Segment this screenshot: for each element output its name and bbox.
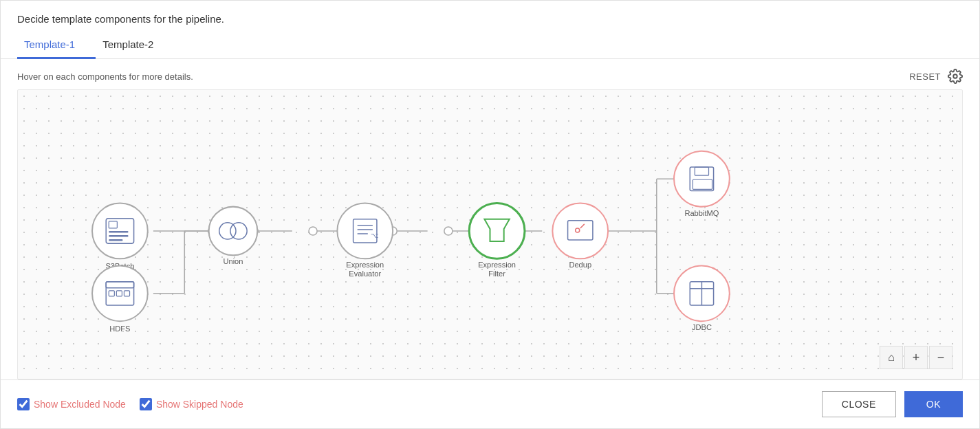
pipeline-svg: S3Batch HDFS Union <box>18 90 962 379</box>
svg-rect-27 <box>109 231 128 233</box>
canvas-area: S3Batch HDFS Union <box>17 89 963 380</box>
svg-point-53 <box>552 204 608 259</box>
reset-button[interactable]: RESET <box>909 72 941 82</box>
page-title: Decide template components for the pipel… <box>1 1 979 32</box>
tab-template1[interactable]: Template-1 <box>17 32 96 59</box>
svg-text:Filter: Filter <box>488 270 505 278</box>
svg-point-30 <box>92 265 148 321</box>
close-button[interactable]: CLOSE <box>822 391 896 417</box>
footer-right: CLOSE OK <box>822 391 963 417</box>
canvas-controls: RESET <box>909 69 963 84</box>
svg-point-37 <box>209 207 258 256</box>
gear-icon[interactable] <box>948 69 963 84</box>
svg-text:JDBC: JDBC <box>692 323 712 331</box>
svg-text:Expression: Expression <box>346 261 384 269</box>
show-excluded-node-label: Show Excluded Node <box>34 399 126 410</box>
svg-text:Dedup: Dedup <box>569 261 591 269</box>
svg-point-41 <box>337 204 393 259</box>
svg-rect-29 <box>109 239 122 241</box>
show-excluded-node-checkbox-label[interactable]: Show Excluded Node <box>17 398 126 410</box>
zoom-home-button[interactable]: ⌂ <box>880 346 903 369</box>
canvas-hint: Hover on each components for more detail… <box>17 72 193 82</box>
svg-point-20 <box>444 227 453 235</box>
canvas-section: Hover on each components for more detail… <box>1 59 979 380</box>
svg-point-18 <box>309 227 317 235</box>
show-skipped-node-label: Show Skipped Node <box>156 399 243 410</box>
show-skipped-node-checkbox-label[interactable]: Show Skipped Node <box>140 398 243 410</box>
tabs-container: Template-1 Template-2 <box>1 32 979 59</box>
svg-text:⌥: ⌥ <box>371 232 379 239</box>
tab-template2[interactable]: Template-2 <box>96 32 174 59</box>
footer: Show Excluded Node Show Skipped Node CLO… <box>1 380 979 428</box>
show-skipped-node-checkbox[interactable] <box>140 398 152 410</box>
svg-point-58 <box>674 151 730 207</box>
svg-text:HDFS: HDFS <box>109 324 130 333</box>
zoom-in-button[interactable]: + <box>904 346 928 369</box>
page-container: Decide template components for the pipel… <box>0 0 980 429</box>
footer-left: Show Excluded Node Show Skipped Node <box>17 398 243 410</box>
svg-text:RabbitMQ: RabbitMQ <box>684 209 719 217</box>
ok-button[interactable]: OK <box>904 391 963 417</box>
svg-point-49 <box>469 204 525 259</box>
zoom-controls: ⌂ + − <box>880 346 952 369</box>
svg-rect-28 <box>109 235 128 237</box>
svg-text:Evaluator: Evaluator <box>349 270 381 278</box>
svg-text:Expression: Expression <box>478 261 516 269</box>
canvas-header: Hover on each components for more detail… <box>17 59 963 89</box>
svg-point-0 <box>953 74 957 78</box>
show-excluded-node-checkbox[interactable] <box>17 398 30 410</box>
svg-text:Union: Union <box>223 257 243 265</box>
zoom-out-button[interactable]: − <box>929 346 952 369</box>
